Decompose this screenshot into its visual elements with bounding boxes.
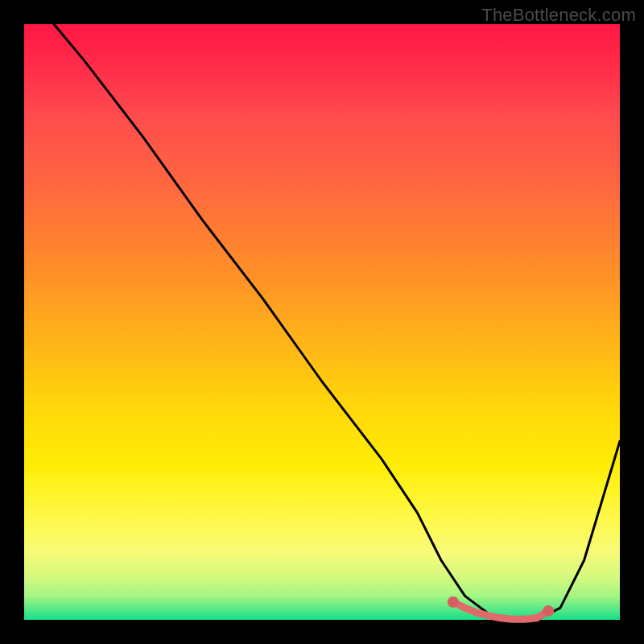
highlight-flat-zone-line xyxy=(453,602,548,620)
watermark-text: TheBottleneck.com xyxy=(481,5,636,26)
highlight-dot xyxy=(448,597,459,608)
series-curve xyxy=(54,24,620,620)
chart-svg xyxy=(24,24,620,620)
plot-area xyxy=(24,24,620,620)
highlight-dot xyxy=(543,605,554,617)
chart-frame: TheBottleneck.com xyxy=(0,0,644,644)
